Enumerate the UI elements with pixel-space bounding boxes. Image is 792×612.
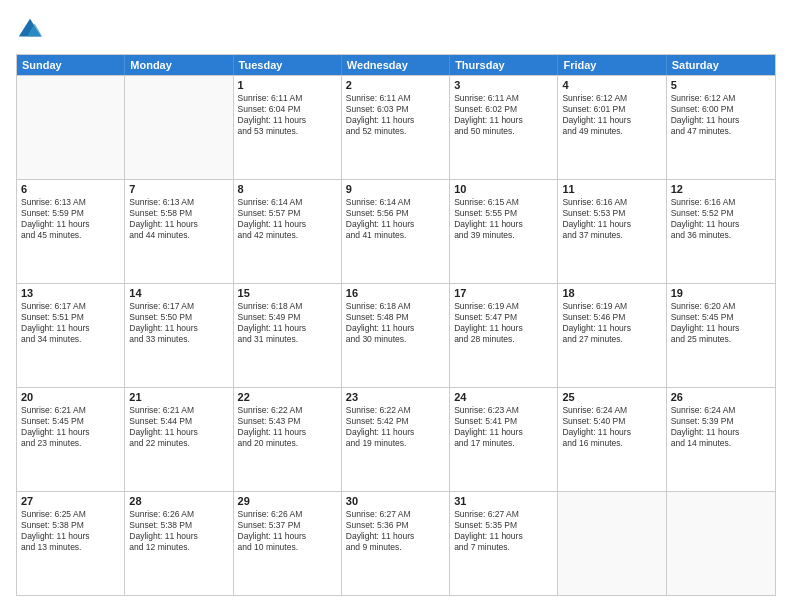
cell-line: Sunrise: 6:21 AM — [21, 405, 120, 416]
cell-line: and 44 minutes. — [129, 230, 228, 241]
calendar-cell: 7Sunrise: 6:13 AMSunset: 5:58 PMDaylight… — [125, 180, 233, 283]
cell-line: Daylight: 11 hours — [454, 323, 553, 334]
calendar-cell — [125, 76, 233, 179]
calendar-cell: 18Sunrise: 6:19 AMSunset: 5:46 PMDayligh… — [558, 284, 666, 387]
calendar-cell: 2Sunrise: 6:11 AMSunset: 6:03 PMDaylight… — [342, 76, 450, 179]
cell-line: Daylight: 11 hours — [346, 531, 445, 542]
day-number: 28 — [129, 495, 228, 507]
cell-line: Sunset: 5:43 PM — [238, 416, 337, 427]
calendar-cell: 13Sunrise: 6:17 AMSunset: 5:51 PMDayligh… — [17, 284, 125, 387]
cell-line: and 9 minutes. — [346, 542, 445, 553]
cell-line: Sunset: 5:55 PM — [454, 208, 553, 219]
cell-line: Sunset: 5:53 PM — [562, 208, 661, 219]
calendar-cell: 10Sunrise: 6:15 AMSunset: 5:55 PMDayligh… — [450, 180, 558, 283]
cell-line: Daylight: 11 hours — [129, 219, 228, 230]
calendar-cell: 4Sunrise: 6:12 AMSunset: 6:01 PMDaylight… — [558, 76, 666, 179]
logo — [16, 16, 48, 44]
cell-line: Daylight: 11 hours — [346, 219, 445, 230]
cell-line: and 49 minutes. — [562, 126, 661, 137]
cell-line: and 28 minutes. — [454, 334, 553, 345]
day-number: 10 — [454, 183, 553, 195]
cell-line: Sunrise: 6:22 AM — [346, 405, 445, 416]
cell-line: Sunset: 5:45 PM — [671, 312, 771, 323]
calendar-cell — [667, 492, 775, 595]
cell-line: and 14 minutes. — [671, 438, 771, 449]
cell-line: Sunrise: 6:24 AM — [671, 405, 771, 416]
cell-line: Daylight: 11 hours — [671, 427, 771, 438]
cell-line: Daylight: 11 hours — [346, 427, 445, 438]
cell-line: and 41 minutes. — [346, 230, 445, 241]
cell-line: Daylight: 11 hours — [562, 323, 661, 334]
cell-line: Sunset: 5:39 PM — [671, 416, 771, 427]
cell-line: and 52 minutes. — [346, 126, 445, 137]
day-number: 27 — [21, 495, 120, 507]
cell-line: Sunrise: 6:11 AM — [346, 93, 445, 104]
calendar-cell: 3Sunrise: 6:11 AMSunset: 6:02 PMDaylight… — [450, 76, 558, 179]
cell-line: and 7 minutes. — [454, 542, 553, 553]
calendar-cell: 15Sunrise: 6:18 AMSunset: 5:49 PMDayligh… — [234, 284, 342, 387]
cell-line: Daylight: 11 hours — [454, 115, 553, 126]
header — [16, 16, 776, 44]
cell-line: Sunset: 5:46 PM — [562, 312, 661, 323]
calendar-cell: 29Sunrise: 6:26 AMSunset: 5:37 PMDayligh… — [234, 492, 342, 595]
day-number: 17 — [454, 287, 553, 299]
cell-line: Daylight: 11 hours — [21, 427, 120, 438]
cell-line: Sunset: 6:01 PM — [562, 104, 661, 115]
cell-line: Sunset: 5:41 PM — [454, 416, 553, 427]
cell-line: Daylight: 11 hours — [238, 531, 337, 542]
cell-line: and 13 minutes. — [21, 542, 120, 553]
cell-line: Sunset: 5:57 PM — [238, 208, 337, 219]
day-number: 16 — [346, 287, 445, 299]
calendar-cell: 11Sunrise: 6:16 AMSunset: 5:53 PMDayligh… — [558, 180, 666, 283]
day-number: 8 — [238, 183, 337, 195]
cell-line: Sunrise: 6:14 AM — [346, 197, 445, 208]
calendar-body: 1Sunrise: 6:11 AMSunset: 6:04 PMDaylight… — [17, 75, 775, 595]
cell-line: Sunrise: 6:22 AM — [238, 405, 337, 416]
cell-line: Sunset: 5:58 PM — [129, 208, 228, 219]
cell-line: Sunset: 5:42 PM — [346, 416, 445, 427]
cell-line: Sunrise: 6:17 AM — [129, 301, 228, 312]
cell-line: and 45 minutes. — [21, 230, 120, 241]
cell-line: and 39 minutes. — [454, 230, 553, 241]
logo-icon — [16, 16, 44, 44]
calendar-cell: 26Sunrise: 6:24 AMSunset: 5:39 PMDayligh… — [667, 388, 775, 491]
day-number: 26 — [671, 391, 771, 403]
calendar-cell: 9Sunrise: 6:14 AMSunset: 5:56 PMDaylight… — [342, 180, 450, 283]
cell-line: Sunset: 5:59 PM — [21, 208, 120, 219]
cell-line: Sunrise: 6:12 AM — [562, 93, 661, 104]
cell-line: Daylight: 11 hours — [671, 115, 771, 126]
day-number: 23 — [346, 391, 445, 403]
cell-line: Sunset: 5:36 PM — [346, 520, 445, 531]
day-number: 12 — [671, 183, 771, 195]
calendar-cell: 24Sunrise: 6:23 AMSunset: 5:41 PMDayligh… — [450, 388, 558, 491]
cell-line: Sunset: 5:40 PM — [562, 416, 661, 427]
cell-line: Sunrise: 6:27 AM — [454, 509, 553, 520]
cell-line: Sunset: 5:37 PM — [238, 520, 337, 531]
cell-line: and 23 minutes. — [21, 438, 120, 449]
calendar-cell: 5Sunrise: 6:12 AMSunset: 6:00 PMDaylight… — [667, 76, 775, 179]
calendar-header-cell: Thursday — [450, 55, 558, 75]
cell-line: Sunset: 5:50 PM — [129, 312, 228, 323]
cell-line: Daylight: 11 hours — [21, 323, 120, 334]
calendar-cell: 17Sunrise: 6:19 AMSunset: 5:47 PMDayligh… — [450, 284, 558, 387]
calendar-header-cell: Sunday — [17, 55, 125, 75]
cell-line: Daylight: 11 hours — [129, 531, 228, 542]
calendar-cell: 14Sunrise: 6:17 AMSunset: 5:50 PMDayligh… — [125, 284, 233, 387]
cell-line: Sunset: 5:35 PM — [454, 520, 553, 531]
day-number: 9 — [346, 183, 445, 195]
calendar-week: 20Sunrise: 6:21 AMSunset: 5:45 PMDayligh… — [17, 387, 775, 491]
cell-line: Daylight: 11 hours — [21, 219, 120, 230]
cell-line: and 20 minutes. — [238, 438, 337, 449]
cell-line: Sunrise: 6:24 AM — [562, 405, 661, 416]
cell-line: Sunrise: 6:13 AM — [21, 197, 120, 208]
day-number: 6 — [21, 183, 120, 195]
cell-line: Sunset: 6:00 PM — [671, 104, 771, 115]
cell-line: and 27 minutes. — [562, 334, 661, 345]
calendar-cell — [558, 492, 666, 595]
calendar-cell: 12Sunrise: 6:16 AMSunset: 5:52 PMDayligh… — [667, 180, 775, 283]
cell-line: Sunrise: 6:14 AM — [238, 197, 337, 208]
cell-line: Sunrise: 6:12 AM — [671, 93, 771, 104]
calendar-cell: 16Sunrise: 6:18 AMSunset: 5:48 PMDayligh… — [342, 284, 450, 387]
cell-line: Sunrise: 6:18 AM — [238, 301, 337, 312]
calendar-week: 6Sunrise: 6:13 AMSunset: 5:59 PMDaylight… — [17, 179, 775, 283]
